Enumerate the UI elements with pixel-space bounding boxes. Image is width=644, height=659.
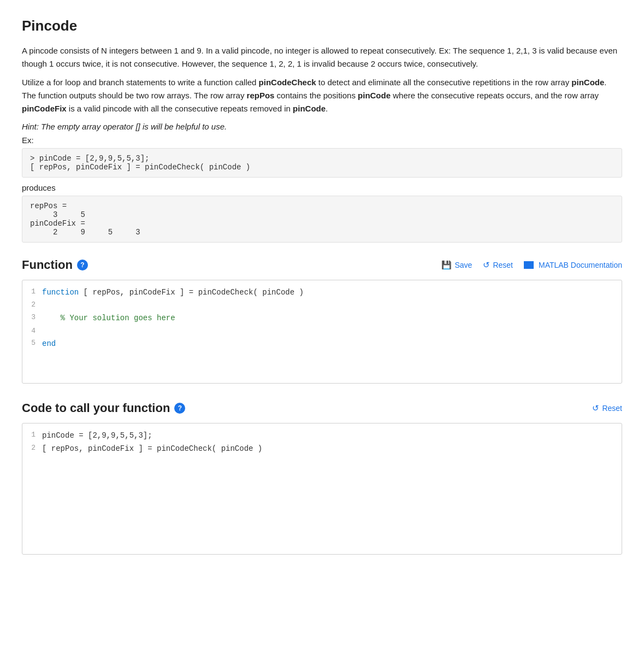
save-icon: 💾 xyxy=(441,260,452,270)
example-line1: > pinCode = [2,9,9,5,5,3]; xyxy=(30,154,614,163)
output-line2: 3 5 xyxy=(30,210,614,219)
function-toolbar: 💾 Save ↺ Reset MATLAB Documentation xyxy=(441,260,622,270)
call-toolbar: ↺ Reset xyxy=(592,403,622,413)
description-para2: Utilize a for loop and branch statements… xyxy=(22,76,622,115)
matlab-label: MATLAB Documentation xyxy=(539,261,622,269)
call-code-editor[interactable]: 1 pinCode = [2,9,9,5,5,3]; 2 [ repPos, p… xyxy=(22,423,622,555)
call-reset-button[interactable]: ↺ Reset xyxy=(592,403,622,413)
call-title: Code to call your function xyxy=(22,401,170,415)
save-button[interactable]: 💾 Save xyxy=(441,260,472,270)
function-help-icon[interactable]: ? xyxy=(77,260,88,270)
call-code-line-blank1 xyxy=(22,455,622,468)
var-reppos: repPos xyxy=(247,91,275,100)
fn-code-line-2: 2 xyxy=(22,299,622,311)
var-pincode: pinCode xyxy=(571,78,604,87)
ex-label: Ex: xyxy=(22,136,622,145)
output-line3: pinCodeFix = xyxy=(30,219,614,228)
call-code-line-blank6 xyxy=(22,522,622,535)
function-code-editor[interactable]: 1 function [ repPos, pinCodeFix ] = pinC… xyxy=(22,280,622,384)
matlab-icon xyxy=(524,261,534,269)
call-code-line-1: 1 pinCode = [2,9,9,5,5,3]; xyxy=(22,429,622,442)
fn-name: pinCodeCheck xyxy=(259,78,316,87)
call-code-line-blank2 xyxy=(22,469,622,482)
call-code-line-blank4 xyxy=(22,496,622,509)
output-line4: 2 9 5 3 xyxy=(30,228,614,237)
call-code-line-blank7 xyxy=(22,536,622,549)
save-label: Save xyxy=(454,261,472,269)
call-code-line-blank3 xyxy=(22,482,622,495)
call-reset-label: Reset xyxy=(602,404,622,413)
reset-label: Reset xyxy=(493,261,513,269)
function-title: Function xyxy=(22,258,73,272)
var-pincode2: pinCode xyxy=(358,91,391,100)
fn-code-line-5: 5 end xyxy=(22,337,622,350)
function-title-group: Function ? xyxy=(22,258,88,272)
example-line2: [ repPos, pinCodeFix ] = pinCodeCheck( p… xyxy=(30,163,614,172)
call-section-header: Code to call your function ? ↺ Reset xyxy=(22,401,622,415)
function-section-header: Function ? 💾 Save ↺ Reset MATLAB Documen… xyxy=(22,258,622,272)
produces-label: produces xyxy=(22,183,622,192)
call-reset-icon: ↺ xyxy=(592,403,599,413)
example-code-block: > pinCode = [2,9,9,5,5,3]; [ repPos, pin… xyxy=(22,148,622,178)
output-block: repPos = 3 5 pinCodeFix = 2 9 5 3 xyxy=(22,196,622,243)
call-code-line-blank5 xyxy=(22,509,622,522)
fn-code-line-3: 3 % Your solution goes here xyxy=(22,311,622,325)
fn-code-line-1: 1 function [ repPos, pinCodeFix ] = pinC… xyxy=(22,286,622,299)
call-help-icon[interactable]: ? xyxy=(174,403,185,414)
fn-code-line-blank xyxy=(22,351,622,364)
var-pincodefix: pinCodeFix xyxy=(22,104,67,113)
description-para1: A pincode consists of N integers between… xyxy=(22,44,622,70)
page-title: Pincode xyxy=(22,17,622,34)
fn-code-line-4: 4 xyxy=(22,325,622,338)
var-pincode3: pinCode xyxy=(293,104,326,113)
fn-code-line-blank2 xyxy=(22,364,622,377)
hint-text: Hint: The empty array operator [] is wil… xyxy=(22,122,622,131)
matlab-docs-button[interactable]: MATLAB Documentation xyxy=(524,261,622,269)
call-title-group: Code to call your function ? xyxy=(22,401,185,415)
reset-icon: ↺ xyxy=(483,260,490,270)
output-line1: repPos = xyxy=(30,202,614,210)
reset-button[interactable]: ↺ Reset xyxy=(483,260,513,270)
call-code-line-2: 2 [ repPos, pinCodeFix ] = pinCodeCheck(… xyxy=(22,442,622,455)
